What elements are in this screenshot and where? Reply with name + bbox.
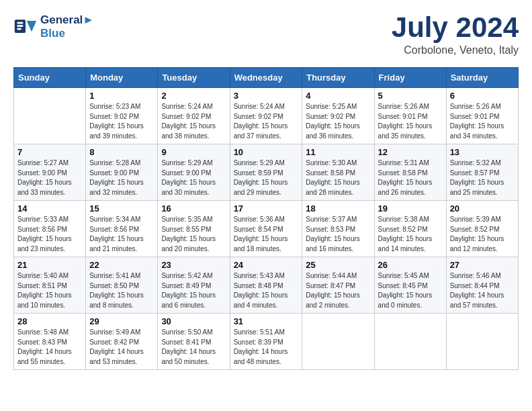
calendar-week-1: 1Sunrise: 5:23 AMSunset: 9:02 PMDaylight… xyxy=(14,88,519,144)
calendar-cell: 31Sunrise: 5:51 AMSunset: 8:39 PMDayligh… xyxy=(230,314,302,370)
day-info: Sunrise: 5:46 AMSunset: 8:44 PMDaylight:… xyxy=(450,271,515,310)
day-number: 24 xyxy=(234,260,299,270)
calendar-cell: 17Sunrise: 5:36 AMSunset: 8:54 PMDayligh… xyxy=(230,201,302,257)
day-number: 8 xyxy=(89,147,154,157)
page-header: General► Blue July 2024 Corbolone, Venet… xyxy=(13,13,519,56)
day-info: Sunrise: 5:26 AMSunset: 9:01 PMDaylight:… xyxy=(378,102,443,141)
day-info: Sunrise: 5:25 AMSunset: 9:02 PMDaylight:… xyxy=(306,102,370,141)
day-number: 1 xyxy=(89,91,154,101)
calendar-cell: 4Sunrise: 5:25 AMSunset: 9:02 PMDaylight… xyxy=(302,88,374,144)
calendar-cell: 7Sunrise: 5:27 AMSunset: 9:00 PMDaylight… xyxy=(14,144,86,201)
day-number: 6 xyxy=(450,91,515,101)
weekday-header-monday: Monday xyxy=(86,68,158,88)
day-info: Sunrise: 5:44 AMSunset: 8:47 PMDaylight:… xyxy=(306,271,370,310)
day-info: Sunrise: 5:39 AMSunset: 8:52 PMDaylight:… xyxy=(450,215,515,254)
calendar-cell: 20Sunrise: 5:39 AMSunset: 8:52 PMDayligh… xyxy=(446,201,518,257)
title-area: July 2024 Corbolone, Veneto, Italy xyxy=(392,13,519,56)
calendar-week-2: 7Sunrise: 5:27 AMSunset: 9:00 PMDaylight… xyxy=(14,144,519,201)
calendar-cell: 11Sunrise: 5:30 AMSunset: 8:58 PMDayligh… xyxy=(302,144,374,201)
day-number: 15 xyxy=(89,203,154,214)
svg-rect-1 xyxy=(17,22,23,24)
day-info: Sunrise: 5:30 AMSunset: 8:58 PMDaylight:… xyxy=(306,158,370,197)
weekday-header-row: SundayMondayTuesdayWednesdayThursdayFrid… xyxy=(14,68,519,88)
svg-marker-4 xyxy=(27,21,36,32)
logo-icon xyxy=(13,15,38,39)
calendar-cell: 30Sunrise: 5:50 AMSunset: 8:41 PMDayligh… xyxy=(158,314,230,370)
day-number: 27 xyxy=(450,260,515,270)
location: Corbolone, Veneto, Italy xyxy=(392,44,519,56)
day-info: Sunrise: 5:42 AMSunset: 8:49 PMDaylight:… xyxy=(161,271,226,310)
day-number: 14 xyxy=(17,203,82,214)
day-info: Sunrise: 5:29 AMSunset: 9:00 PMDaylight:… xyxy=(161,158,226,197)
svg-rect-2 xyxy=(17,25,23,27)
calendar-cell: 8Sunrise: 5:28 AMSunset: 9:00 PMDaylight… xyxy=(86,144,158,201)
calendar-table: SundayMondayTuesdayWednesdayThursdayFrid… xyxy=(13,67,519,370)
weekday-header-tuesday: Tuesday xyxy=(158,68,230,88)
day-number: 19 xyxy=(378,203,443,214)
day-number: 25 xyxy=(306,260,370,270)
calendar-cell: 16Sunrise: 5:35 AMSunset: 8:55 PMDayligh… xyxy=(158,201,230,257)
day-number: 17 xyxy=(234,203,299,214)
calendar-week-4: 21Sunrise: 5:40 AMSunset: 8:51 PMDayligh… xyxy=(14,257,519,314)
logo: General► Blue xyxy=(13,13,94,40)
calendar-cell: 13Sunrise: 5:32 AMSunset: 8:57 PMDayligh… xyxy=(446,144,518,201)
calendar-cell: 2Sunrise: 5:24 AMSunset: 9:02 PMDaylight… xyxy=(158,88,230,144)
day-number: 31 xyxy=(234,316,299,326)
day-info: Sunrise: 5:48 AMSunset: 8:43 PMDaylight:… xyxy=(17,328,82,367)
calendar-cell: 23Sunrise: 5:42 AMSunset: 8:49 PMDayligh… xyxy=(158,257,230,314)
calendar-cell xyxy=(14,88,86,144)
day-number: 20 xyxy=(450,203,515,214)
day-info: Sunrise: 5:27 AMSunset: 9:00 PMDaylight:… xyxy=(17,158,82,197)
weekday-header-wednesday: Wednesday xyxy=(230,68,302,88)
day-number: 21 xyxy=(17,260,82,270)
calendar-cell: 25Sunrise: 5:44 AMSunset: 8:47 PMDayligh… xyxy=(302,257,374,314)
calendar-cell: 6Sunrise: 5:26 AMSunset: 9:01 PMDaylight… xyxy=(446,88,518,144)
day-info: Sunrise: 5:24 AMSunset: 9:02 PMDaylight:… xyxy=(234,102,299,141)
calendar-cell: 26Sunrise: 5:45 AMSunset: 8:45 PMDayligh… xyxy=(374,257,446,314)
day-info: Sunrise: 5:36 AMSunset: 8:54 PMDaylight:… xyxy=(234,215,299,254)
calendar-cell: 1Sunrise: 5:23 AMSunset: 9:02 PMDaylight… xyxy=(86,88,158,144)
weekday-header-thursday: Thursday xyxy=(302,68,374,88)
calendar-cell: 22Sunrise: 5:41 AMSunset: 8:50 PMDayligh… xyxy=(86,257,158,314)
day-number: 7 xyxy=(17,147,82,157)
calendar-cell: 3Sunrise: 5:24 AMSunset: 9:02 PMDaylight… xyxy=(230,88,302,144)
calendar-cell xyxy=(446,314,518,370)
day-number: 11 xyxy=(306,147,370,157)
day-number: 26 xyxy=(378,260,443,270)
calendar-cell: 18Sunrise: 5:37 AMSunset: 8:53 PMDayligh… xyxy=(302,201,374,257)
day-number: 30 xyxy=(161,316,226,326)
calendar-cell: 19Sunrise: 5:38 AMSunset: 8:52 PMDayligh… xyxy=(374,201,446,257)
day-number: 9 xyxy=(161,147,226,157)
day-number: 29 xyxy=(89,316,154,326)
day-info: Sunrise: 5:40 AMSunset: 8:51 PMDaylight:… xyxy=(17,271,82,310)
svg-rect-3 xyxy=(17,28,21,30)
day-info: Sunrise: 5:33 AMSunset: 8:56 PMDaylight:… xyxy=(17,215,82,254)
day-number: 5 xyxy=(378,91,443,101)
calendar-week-5: 28Sunrise: 5:48 AMSunset: 8:43 PMDayligh… xyxy=(14,314,519,370)
day-info: Sunrise: 5:35 AMSunset: 8:55 PMDaylight:… xyxy=(161,215,226,254)
day-number: 12 xyxy=(378,147,443,157)
day-info: Sunrise: 5:24 AMSunset: 9:02 PMDaylight:… xyxy=(161,102,226,141)
calendar-cell: 21Sunrise: 5:40 AMSunset: 8:51 PMDayligh… xyxy=(14,257,86,314)
day-info: Sunrise: 5:49 AMSunset: 8:42 PMDaylight:… xyxy=(89,328,154,367)
calendar-cell: 27Sunrise: 5:46 AMSunset: 8:44 PMDayligh… xyxy=(446,257,518,314)
day-info: Sunrise: 5:29 AMSunset: 8:59 PMDaylight:… xyxy=(234,158,299,197)
day-info: Sunrise: 5:51 AMSunset: 8:39 PMDaylight:… xyxy=(234,328,299,367)
calendar-cell xyxy=(302,314,374,370)
calendar-cell: 15Sunrise: 5:34 AMSunset: 8:56 PMDayligh… xyxy=(86,201,158,257)
day-info: Sunrise: 5:32 AMSunset: 8:57 PMDaylight:… xyxy=(450,158,515,197)
day-info: Sunrise: 5:28 AMSunset: 9:00 PMDaylight:… xyxy=(89,158,154,197)
day-number: 4 xyxy=(306,91,370,101)
day-info: Sunrise: 5:34 AMSunset: 8:56 PMDaylight:… xyxy=(89,215,154,254)
calendar-cell: 14Sunrise: 5:33 AMSunset: 8:56 PMDayligh… xyxy=(14,201,86,257)
day-number: 10 xyxy=(234,147,299,157)
day-number: 22 xyxy=(89,260,154,270)
day-number: 16 xyxy=(161,203,226,214)
day-number: 23 xyxy=(161,260,226,270)
day-info: Sunrise: 5:31 AMSunset: 8:58 PMDaylight:… xyxy=(378,158,443,197)
day-info: Sunrise: 5:37 AMSunset: 8:53 PMDaylight:… xyxy=(306,215,370,254)
day-number: 18 xyxy=(306,203,370,214)
calendar-cell: 24Sunrise: 5:43 AMSunset: 8:48 PMDayligh… xyxy=(230,257,302,314)
weekday-header-friday: Friday xyxy=(374,68,446,88)
month-title: July 2024 xyxy=(392,13,519,42)
